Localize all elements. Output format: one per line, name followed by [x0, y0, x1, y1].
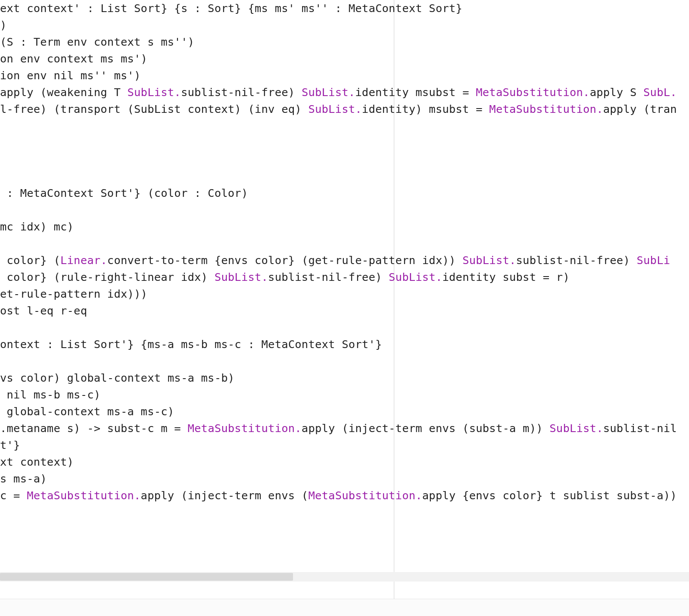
token-plain: .metaname s) -> subst-c m =: [0, 422, 187, 435]
token-module: SubLi: [637, 254, 670, 267]
token-module: SubL.: [643, 86, 677, 99]
token-plain: sublist-nil: [603, 422, 677, 435]
token-plain: mc idx) mc): [0, 220, 74, 233]
code-line[interactable]: on env context ms ms'): [0, 52, 147, 65]
column-ruler: [394, 0, 394, 599]
code-line[interactable]: global-context ms-a ms-c): [0, 405, 174, 418]
token-module: SubList.: [308, 103, 362, 115]
code-line[interactable]: nil ms-b ms-c): [0, 388, 100, 401]
token-plain: ): [0, 19, 7, 31]
code-line[interactable]: color} (Linear.convert-to-term {envs col…: [0, 254, 670, 267]
token-plain: color} (rule-right-linear idx): [0, 271, 215, 283]
token-plain: nil ms-b ms-c): [0, 388, 100, 401]
token-plain: sublist-nil-free): [268, 271, 389, 283]
code-editor[interactable]: ext context' : List Sort} {s : Sort} {ms…: [0, 0, 689, 599]
token-plain: l-free) (transport (SubList context) (in…: [0, 103, 308, 115]
token-plain: apply (inject-term envs (subst-a m)): [302, 422, 549, 435]
code-line[interactable]: s ms-a): [0, 472, 47, 485]
token-plain: ext context' : List Sort} {s : Sort} {ms…: [0, 2, 462, 15]
token-plain: vs color) global-context ms-a ms-b): [0, 371, 234, 384]
code-line[interactable]: xt context): [0, 455, 74, 468]
code-line[interactable]: ): [0, 19, 7, 31]
token-module: Linear.: [60, 254, 107, 267]
token-plain: (S : Term env context s ms''): [0, 35, 194, 48]
token-module: SubList.: [128, 86, 181, 99]
token-plain: global-context ms-a ms-c): [0, 405, 174, 418]
token-module: SubList.: [389, 271, 442, 283]
token-plain: et-rule-pattern idx))): [0, 287, 147, 300]
token-plain: convert-to-term {envs color} (get-rule-p…: [107, 254, 462, 267]
token-plain: color} (: [0, 254, 60, 267]
token-plain: s ms-a): [0, 472, 47, 485]
token-plain: apply (inject-term envs (: [141, 489, 309, 502]
token-module: SubList.: [302, 86, 355, 99]
token-module: SubList.: [549, 422, 603, 435]
token-module: MetaSubstitution.: [27, 489, 140, 502]
token-module: MetaSubstitution.: [476, 86, 589, 99]
code-line[interactable]: ontext : List Sort'} {ms-a ms-b ms-c : M…: [0, 338, 382, 351]
code-line[interactable]: et-rule-pattern idx))): [0, 287, 147, 300]
token-plain: identity msubst =: [355, 86, 476, 99]
code-line[interactable]: ion env nil ms'' ms'): [0, 69, 141, 82]
code-line[interactable]: ost l-eq r-eq: [0, 304, 87, 317]
code-line[interactable]: : MetaContext Sort'} (color : Color): [0, 187, 248, 199]
code-line[interactable]: l-free) (transport (SubList context) (in…: [0, 103, 677, 115]
token-plain: ontext : List Sort'} {ms-a ms-b ms-c : M…: [0, 338, 382, 351]
token-plain: apply S: [590, 86, 643, 99]
code-line[interactable]: color} (rule-right-linear idx) SubList.s…: [0, 271, 570, 283]
token-plain: t'}: [0, 439, 20, 451]
token-plain: on env context ms ms'): [0, 52, 147, 65]
token-module: SubList.: [215, 271, 268, 283]
token-plain: ost l-eq r-eq: [0, 304, 87, 317]
token-plain: c =: [0, 489, 27, 502]
token-plain: identity) msubst =: [362, 103, 489, 115]
token-plain: apply (tran: [603, 103, 677, 115]
code-line[interactable]: (S : Term env context s ms''): [0, 35, 194, 48]
code-line[interactable]: apply (weakening T SubList.sublist-nil-f…: [0, 86, 677, 99]
code-line[interactable]: .metaname s) -> subst-c m = MetaSubstitu…: [0, 422, 677, 435]
code-line[interactable]: t'}: [0, 439, 20, 451]
token-plain: : MetaContext Sort'} (color : Color): [0, 187, 248, 199]
token-plain: sublist-nil-free): [181, 86, 302, 99]
token-plain: identity subst = r): [442, 271, 570, 283]
token-module: MetaSubstitution.: [308, 489, 422, 502]
horizontal-scrollbar-thumb[interactable]: [0, 573, 293, 581]
token-module: MetaSubstitution.: [489, 103, 603, 115]
status-bar: [0, 599, 689, 616]
code-line[interactable]: vs color) global-context ms-a ms-b): [0, 371, 234, 384]
code-line[interactable]: mc idx) mc): [0, 220, 74, 233]
token-module: SubList.: [462, 254, 516, 267]
code-line[interactable]: c = MetaSubstitution.apply (inject-term …: [0, 489, 677, 502]
token-plain: xt context): [0, 455, 74, 468]
horizontal-scrollbar-track[interactable]: [0, 572, 689, 582]
token-plain: sublist-nil-free): [516, 254, 637, 267]
code-content[interactable]: ext context' : List Sort} {s : Sort} {ms…: [0, 0, 677, 504]
token-plain: ion env nil ms'' ms'): [0, 69, 141, 82]
token-plain: apply {envs color} t sublist subst-a)): [422, 489, 677, 502]
token-plain: apply (weakening T: [0, 86, 128, 99]
token-module: MetaSubstitution.: [187, 422, 301, 435]
code-line[interactable]: ext context' : List Sort} {s : Sort} {ms…: [0, 2, 462, 15]
